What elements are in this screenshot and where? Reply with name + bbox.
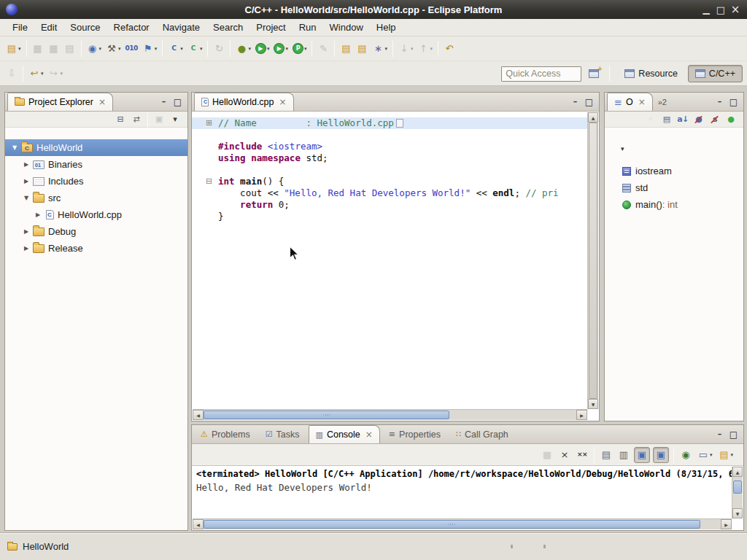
code-line[interactable]: } (192, 211, 588, 222)
minimize-view-icon[interactable] (713, 428, 726, 440)
forward-history-dropdown-arrow[interactable]: ▾ (61, 71, 63, 77)
profile-button[interactable]: P▾ (291, 40, 309, 58)
clear-console-button[interactable]: ▤ (599, 447, 614, 463)
open-console-button[interactable]: ▤▾ (716, 447, 735, 463)
build-all-dropdown-arrow[interactable]: ▾ (118, 46, 121, 52)
outline-item-main[interactable]: main() : int (605, 196, 743, 213)
code-line[interactable] (192, 164, 588, 176)
collapse-all-button[interactable]: ⊟ (113, 112, 128, 126)
close-view-icon[interactable] (365, 429, 373, 440)
menu-window[interactable]: Window (323, 20, 370, 34)
scrollbar-thumb[interactable] (589, 122, 597, 399)
hide-fields-button[interactable]: ● (692, 112, 706, 126)
new-cpp-project-button[interactable]: ◉▾ (85, 40, 104, 58)
minimize-window-icon[interactable] (699, 4, 713, 15)
menu-navigate[interactable]: Navigate (156, 20, 206, 34)
close-view-icon[interactable] (638, 97, 646, 107)
expand-expander-icon[interactable]: ▶ (21, 161, 31, 168)
console-vertical-scrollbar[interactable] (732, 467, 743, 518)
run-external-tools-button[interactable]: ▶▾ (272, 40, 290, 58)
open-perspective-button[interactable] (587, 65, 601, 82)
scroll-down-icon[interactable] (732, 508, 743, 518)
back-history-button[interactable]: ↩▾ (27, 65, 45, 82)
tab-tasks[interactable]: ☑Tasks (259, 425, 306, 443)
code-line[interactable]: return 0; (192, 199, 588, 211)
tab-properties[interactable]: ≡Properties (382, 425, 447, 443)
editor-vertical-scrollbar[interactable] (587, 112, 598, 409)
tab-call-graph[interactable]: ∷Call Graph (449, 425, 515, 443)
profile-dropdown-arrow[interactable]: ▾ (304, 46, 307, 52)
build-configuration-dropdown-arrow[interactable]: ▾ (155, 46, 158, 52)
perspective-c-c[interactable]: C/C++ (688, 65, 743, 82)
expand-expander-icon[interactable]: ▶ (21, 178, 31, 184)
maximize-view-icon[interactable] (727, 428, 740, 440)
close-editor-icon[interactable] (279, 97, 287, 107)
scrollbar-thumb[interactable] (204, 411, 449, 419)
build-all-button[interactable]: ⚒▾ (104, 40, 123, 58)
code-line[interactable]: ⊟int main() { (192, 176, 588, 187)
menu-refactor[interactable]: Refactor (107, 20, 156, 34)
menu-help[interactable]: Help (370, 20, 403, 34)
remove-launch-button[interactable]: × (557, 447, 572, 463)
tab-project-explorer[interactable]: Project Explorer (7, 93, 113, 111)
expand-expander-icon[interactable]: ▶ (33, 211, 43, 218)
view-tab-overflow[interactable]: »2 (658, 98, 667, 106)
display-selected-console-dropdown-arrow[interactable]: ▾ (710, 452, 713, 458)
folded-region-indicator[interactable] (396, 119, 403, 128)
code-line[interactable] (192, 129, 588, 141)
last-edit-location-button[interactable]: ↶ (442, 40, 457, 58)
code-line[interactable]: cout << "Hello, Red Hat Developers World… (192, 187, 588, 199)
run-dropdown-arrow[interactable]: ▾ (267, 46, 270, 52)
scroll-up-icon[interactable] (588, 112, 598, 122)
expand-expander-icon[interactable]: ▶ (21, 228, 31, 235)
tree-item-release[interactable]: ▶Release (5, 240, 187, 257)
maximize-view-icon[interactable] (727, 96, 740, 108)
new-cpp-class-dropdown-arrow[interactable]: ▾ (200, 46, 203, 52)
next-annotation-dropdown-arrow[interactable]: ▾ (411, 46, 414, 52)
menu-run[interactable]: Run (293, 20, 323, 34)
link-with-editor-button[interactable]: ⇄ (129, 112, 144, 126)
tree-item-includes[interactable]: ▶Includes (5, 173, 187, 190)
scrollbar-thumb[interactable] (204, 520, 700, 529)
collapse-expander-icon[interactable]: ▼ (21, 195, 31, 201)
tree-item-debug[interactable]: ▶Debug (5, 223, 187, 240)
scroll-down-icon[interactable] (588, 399, 598, 409)
collapse-expander-icon[interactable]: ▼ (9, 144, 20, 151)
display-selected-console-button[interactable]: ▭▾ (696, 447, 714, 463)
previous-annotation-dropdown-arrow[interactable]: ▾ (430, 46, 433, 52)
perspective-resource[interactable]: Resource (617, 65, 685, 82)
hide-non-public-button[interactable]: ● (724, 112, 738, 126)
maximize-window-icon[interactable] (713, 4, 728, 15)
new-wizard-button[interactable]: ▤▾ (4, 40, 23, 58)
new-cpp-project-dropdown-arrow[interactable]: ▾ (99, 46, 102, 52)
sort-button[interactable]: a↓ (676, 112, 690, 126)
scroll-left-icon[interactable] (193, 410, 204, 420)
tree-item-binaries[interactable]: ▶01Binaries (5, 156, 187, 173)
tab-problems[interactable]: ⚠Problems (194, 425, 257, 443)
open-resource-button[interactable]: ▤ (355, 40, 369, 58)
tab-helloworld-cpp[interactable]: HelloWorld.cpp (194, 93, 294, 111)
pin-console-button[interactable]: ◉ (678, 447, 693, 463)
show-console-on-stdout-button[interactable]: ▣ (634, 447, 650, 463)
tree-item-helloworld-cpp[interactable]: ▶CHelloWorld.cpp (5, 206, 187, 223)
menu-file[interactable]: File (6, 20, 34, 34)
new-c-source-file-dropdown-arrow[interactable]: ▾ (180, 46, 183, 52)
code-line[interactable]: #include <iostream> (192, 141, 588, 152)
menu-source[interactable]: Source (63, 20, 107, 34)
new-wizard-dropdown-arrow[interactable]: ▾ (18, 46, 21, 52)
maximize-view-icon[interactable] (171, 96, 184, 108)
collapse-all-button[interactable]: ▤ (659, 112, 674, 126)
menu-search[interactable]: Search (206, 20, 249, 34)
open-console-dropdown-arrow[interactable]: ▾ (730, 452, 733, 458)
tree-item-helloworld[interactable]: ▼CHelloWorld (5, 139, 187, 156)
build-configuration-button[interactable]: ⚑▾ (141, 40, 159, 58)
view-menu-button[interactable]: ▾ (168, 112, 182, 126)
run-external-tools-dropdown-arrow[interactable]: ▾ (285, 46, 288, 52)
console-horizontal-scrollbar[interactable] (193, 518, 732, 529)
quick-access-input[interactable] (501, 66, 581, 82)
new-cpp-class-button[interactable]: C▾ (186, 40, 204, 58)
scroll-left-icon[interactable] (193, 519, 204, 529)
tab-outline[interactable]: O (607, 93, 653, 111)
search-dropdown-arrow[interactable]: ▾ (384, 46, 387, 52)
back-history-dropdown-arrow[interactable]: ▾ (41, 71, 44, 77)
